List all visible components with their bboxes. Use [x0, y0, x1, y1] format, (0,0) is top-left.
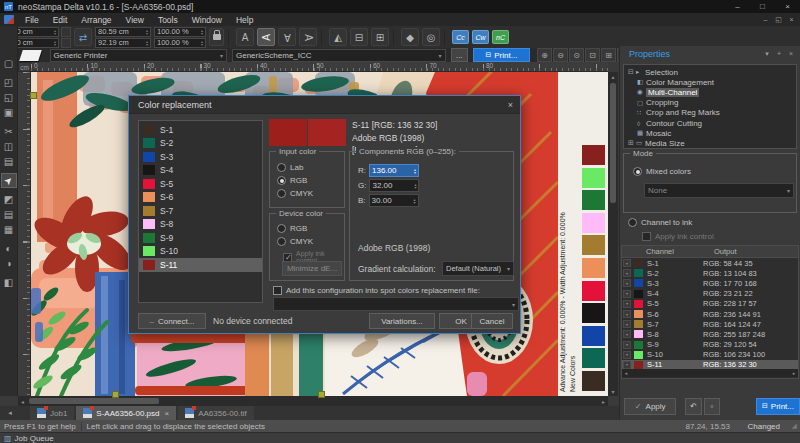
spot-color-item[interactable]: S-5 — [139, 177, 262, 191]
lab-radio[interactable]: Lab — [277, 163, 303, 172]
scroll-right-icon[interactable]: ▸ — [599, 398, 608, 405]
mixed-colors-select[interactable]: None▾ — [644, 183, 794, 198]
undo-button[interactable]: ↶ — [685, 398, 701, 415]
minimize-de-button[interactable]: Minimize dE... — [282, 261, 342, 276]
color-tool-badge[interactable]: nC — [492, 30, 509, 44]
scroll-down-icon[interactable]: ▾ — [611, 387, 614, 396]
scroll-up-icon[interactable]: ▴ — [611, 72, 614, 81]
scale-x-field[interactable]: 100.00 %▴▾ — [154, 27, 206, 37]
cut-icon[interactable]: ✂ — [1, 124, 17, 139]
tab-scroll-left-icon[interactable]: ◂ — [4, 409, 16, 417]
tile-grid-icon[interactable]: ▦ — [1, 222, 17, 237]
cmyk-radio[interactable]: CMYK — [277, 189, 313, 198]
panel-menu-icon[interactable]: ▾ — [761, 50, 773, 58]
print-button-bottom[interactable]: ⊟ Print... — [756, 398, 800, 415]
position-option-button[interactable] — [61, 38, 71, 48]
channel-row[interactable]: ▾ S-7 RGB: 164 124 47 — [622, 319, 798, 329]
menu-item[interactable]: Arrange — [74, 13, 118, 26]
printer-select[interactable]: Generic Printer▾ — [50, 49, 227, 62]
scroll-left-icon[interactable]: ◂ — [622, 370, 630, 376]
spot-color-item[interactable]: S-1 — [139, 123, 262, 137]
row-spinner-icon[interactable]: ▾ — [623, 279, 631, 287]
vertical-scrollbar[interactable]: ▴ ▾ — [608, 72, 618, 396]
row-spinner-icon[interactable]: ▾ — [623, 269, 631, 277]
spot-color-item[interactable]: S-7 — [139, 204, 262, 218]
folder-setup-icon[interactable]: ⊞ — [371, 28, 389, 46]
zoom-tool-button[interactable]: ⊞ — [601, 48, 616, 62]
menu-item[interactable]: Help — [229, 13, 260, 26]
spot-color-item[interactable]: S-8 — [139, 218, 262, 232]
spot-color-item[interactable]: S-4 — [139, 164, 262, 178]
channel-row[interactable]: ▾ S-2 RGB: 13 104 83 — [622, 268, 798, 278]
new-document-icon[interactable]: ▢ — [1, 56, 17, 71]
scroll-left-icon[interactable]: ◂ — [18, 398, 27, 405]
row-spinner-icon[interactable]: ▾ — [623, 310, 631, 318]
scale-y-field[interactable]: 100.00 %▴▾ — [154, 38, 206, 48]
tree-item[interactable]: ▦ Mosaic — [624, 128, 796, 138]
mixed-colors-radio[interactable]: Mixed colors — [633, 167, 691, 176]
dialog-title-bar[interactable]: Color replacement × — [129, 96, 520, 114]
row-spinner-icon[interactable]: ▾ — [623, 300, 631, 308]
document-tab[interactable]: S-AA6356-00.psd × — [76, 406, 176, 420]
position-option-button[interactable] — [61, 27, 71, 37]
job-queue-bar[interactable]: ▥ Job Queue — [0, 432, 800, 443]
selection-handle[interactable] — [318, 391, 325, 398]
lock-ratio-icon[interactable] — [209, 28, 224, 46]
export-icon[interactable]: ◧ — [1, 275, 17, 290]
zoom-tool-button[interactable]: ⊕ — [537, 48, 552, 62]
tree-item[interactable]: ⊞ ▭ Media Size — [624, 138, 796, 148]
close-icon[interactable]: × — [775, 0, 800, 13]
dialog-close-icon[interactable]: × — [508, 100, 513, 110]
channel-to-ink-radio[interactable]: Channel to ink — [628, 218, 692, 227]
scheme-select[interactable]: GenericScheme_ICC▾ — [232, 49, 446, 62]
height-field[interactable]: 92.19 cm▴▾ — [95, 38, 151, 48]
tree-expander-icon[interactable]: ⊞ — [628, 139, 636, 147]
variations-button[interactable]: Variations... — [369, 313, 435, 329]
menu-item[interactable]: Edit — [46, 13, 75, 26]
minimize-icon[interactable]: – — [725, 0, 750, 13]
channel-column-header[interactable]: Channel — [646, 247, 714, 256]
tree-item[interactable]: ◉ Multi-Channel — [624, 87, 796, 97]
device-cmyk-radio[interactable]: CMYK — [277, 237, 313, 246]
menu-item[interactable]: Window — [185, 13, 229, 26]
spot-color-item[interactable]: S-9 — [139, 231, 262, 245]
place-image-icon[interactable]: ▣ — [1, 105, 17, 120]
mdi-minimize-icon[interactable]: – — [759, 14, 772, 25]
tree-item[interactable]: ∷ Crop and Reg Marks — [624, 108, 796, 118]
select-tool-icon[interactable]: ➤ — [1, 173, 17, 188]
channel-row[interactable]: ▾ S-1 RGB: 58 44 35 — [622, 258, 798, 268]
document-tab[interactable]: Job1 — [30, 406, 74, 420]
channel-table-header[interactable]: Channel Output — [622, 246, 798, 258]
channel-row[interactable]: ▾ S-6 RGB: 236 144 91 — [622, 309, 798, 319]
spot-color-item[interactable]: S-2 — [139, 137, 262, 151]
link-dimensions-icon[interactable]: ⇄ — [74, 28, 92, 46]
channel-row[interactable]: ▾ S-10 RGB: 106 234 100 — [622, 350, 798, 360]
zoom-tool-button[interactable]: ⊙ — [569, 48, 584, 62]
menu-item[interactable]: Tools — [151, 13, 185, 26]
tree-item[interactable]: ▢ Cropping — [624, 98, 796, 108]
channel-row[interactable]: ▾ S-8 RGB: 255 187 248 — [622, 329, 798, 339]
ink-drop-icon[interactable]: ◆ — [401, 28, 419, 46]
spot-color-item[interactable]: S-6 — [139, 191, 262, 205]
scroll-right-icon[interactable]: ▸ — [790, 370, 798, 376]
g-field[interactable]: 32.00▴▾ — [369, 179, 419, 192]
more-button[interactable]: ... — [451, 48, 468, 62]
color-tool-badge[interactable]: Cw — [472, 30, 489, 44]
spot-color-item[interactable]: S-3 — [139, 150, 262, 164]
tree-item[interactable]: ⊟ ▸ Selection — [624, 67, 796, 77]
b-field[interactable]: 30.00▴▾ — [369, 194, 419, 207]
print-button[interactable]: ⊟ Print... — [473, 48, 530, 62]
rotate-180-button[interactable]: A — [278, 28, 296, 46]
r-field[interactable]: 136.00▴▾ — [369, 164, 419, 177]
color-tool-badge[interactable]: Cc — [452, 30, 469, 44]
spot-file-checkbox[interactable]: Add this configuration into spot colors … — [273, 286, 480, 295]
open-file-icon[interactable]: ◰ — [1, 75, 17, 90]
selection-handle[interactable] — [30, 92, 37, 99]
table-scrollbar[interactable]: ◂ ▸ — [622, 369, 798, 377]
menu-item[interactable]: File — [18, 13, 46, 26]
row-spinner-icon[interactable]: ▾ — [623, 361, 631, 369]
tab-close-icon[interactable]: × — [165, 409, 170, 418]
connect-button[interactable]: – Connect... — [138, 313, 206, 329]
contrast-icon[interactable]: ◐ — [1, 241, 17, 256]
maximize-icon[interactable]: □ — [750, 0, 775, 13]
